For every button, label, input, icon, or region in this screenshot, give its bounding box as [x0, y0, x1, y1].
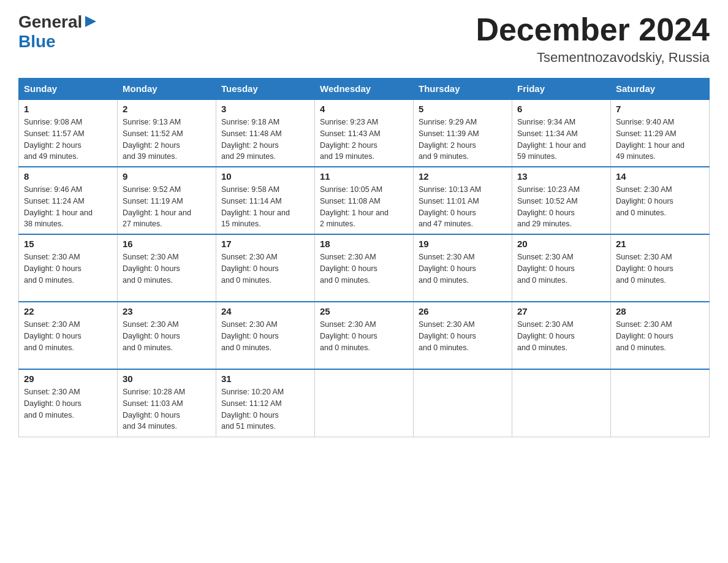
day-number: 29: [24, 373, 112, 384]
calendar-cell: 28Sunset: 2:30 AM Daylight: 0 hours and …: [611, 302, 710, 369]
day-info: Sunset: 2:30 AM Daylight: 0 hours and 0 …: [24, 251, 112, 286]
day-number: 8: [24, 171, 112, 182]
page-header: General Blue December 2024 Tsementnozavo…: [18, 12, 710, 66]
calendar-cell: 24Sunset: 2:30 AM Daylight: 0 hours and …: [216, 302, 315, 369]
header-saturday: Saturday: [611, 79, 710, 100]
day-number: 10: [221, 171, 309, 182]
day-number: 11: [320, 171, 408, 182]
day-number: 15: [24, 239, 112, 249]
week-row-2: 8Sunrise: 9:46 AM Sunset: 11:24 AM Dayli…: [19, 167, 710, 234]
day-info: Sunrise: 9:23 AM Sunset: 11:43 AM Daylig…: [320, 117, 408, 163]
day-number: 9: [123, 171, 211, 182]
calendar-cell: 29Sunset: 2:30 AM Daylight: 0 hours and …: [19, 369, 118, 437]
calendar-cell: 19Sunset: 2:30 AM Daylight: 0 hours and …: [414, 234, 512, 302]
day-number: 28: [616, 306, 704, 316]
day-number: 1: [24, 104, 112, 114]
day-info: Sunset: 2:30 AM Daylight: 0 hours and 0 …: [123, 319, 211, 353]
calendar-cell: 30Sunrise: 10:28 AM Sunset: 11:03 AM Day…: [118, 369, 216, 437]
day-number: 7: [616, 104, 704, 114]
calendar-cell: 1Sunrise: 9:08 AM Sunset: 11:57 AM Dayli…: [19, 99, 118, 167]
header-wednesday: Wednesday: [315, 79, 414, 100]
day-number: 24: [221, 306, 309, 316]
day-info: Sunrise: 10:20 AM Sunset: 11:12 AM Dayli…: [221, 386, 309, 432]
day-info: Sunset: 2:30 AM Daylight: 0 hours and 0 …: [24, 319, 112, 353]
calendar-cell: 23Sunset: 2:30 AM Daylight: 0 hours and …: [118, 302, 216, 369]
day-info: Sunrise: 9:40 AM Sunset: 11:29 AM Daylig…: [616, 117, 704, 163]
day-number: 4: [320, 104, 408, 114]
day-number: 2: [123, 104, 211, 114]
week-row-4: 22Sunset: 2:30 AM Daylight: 0 hours and …: [19, 302, 710, 369]
day-info: Sunrise: 9:18 AM Sunset: 11:48 AM Daylig…: [221, 117, 309, 163]
day-number: 26: [419, 306, 507, 316]
day-number: 20: [517, 239, 605, 249]
logo: General Blue: [18, 12, 97, 52]
day-info: Sunrise: 9:58 AM Sunset: 11:14 AM Daylig…: [221, 184, 309, 230]
calendar-cell: 3Sunrise: 9:18 AM Sunset: 11:48 AM Dayli…: [216, 99, 315, 167]
day-info: Sunrise: 9:46 AM Sunset: 11:24 AM Daylig…: [24, 184, 112, 230]
month-title: December 2024: [476, 12, 710, 47]
day-info: Sunrise: 10:23 AM Sunset: 10:52 AM Dayli…: [517, 184, 605, 230]
day-number: 27: [517, 306, 605, 316]
logo-blue-text: Blue: [18, 32, 56, 52]
day-number: 22: [24, 306, 112, 316]
week-row-5: 29Sunset: 2:30 AM Daylight: 0 hours and …: [19, 369, 710, 437]
calendar-cell: 25Sunset: 2:30 AM Daylight: 0 hours and …: [315, 302, 414, 369]
calendar-cell: [315, 369, 414, 437]
calendar-cell: 15Sunset: 2:30 AM Daylight: 0 hours and …: [19, 234, 118, 302]
location-title: Tsementnozavodskiy, Russia: [476, 50, 710, 66]
calendar-cell: [414, 369, 512, 437]
calendar-cell: 6Sunrise: 9:34 AM Sunset: 11:34 AM Dayli…: [512, 99, 611, 167]
day-number: 25: [320, 306, 408, 316]
calendar-cell: 2Sunrise: 9:13 AM Sunset: 11:52 AM Dayli…: [118, 99, 216, 167]
day-info: Sunrise: 10:28 AM Sunset: 11:03 AM Dayli…: [123, 386, 211, 432]
day-number: 19: [419, 239, 507, 249]
calendar-cell: [611, 369, 710, 437]
calendar-cell: 4Sunrise: 9:23 AM Sunset: 11:43 AM Dayli…: [315, 99, 414, 167]
logo-arrow-icon: [84, 15, 97, 28]
calendar-cell: 11Sunrise: 10:05 AM Sunset: 11:08 AM Day…: [315, 167, 414, 234]
day-info: Sunset: 2:30 AM Daylight: 0 hours and 0 …: [616, 184, 704, 218]
day-info: Sunrise: 10:13 AM Sunset: 11:01 AM Dayli…: [419, 184, 507, 230]
day-number: 3: [221, 104, 309, 114]
calendar-cell: 5Sunrise: 9:29 AM Sunset: 11:39 AM Dayli…: [414, 99, 512, 167]
day-number: 6: [517, 104, 605, 114]
day-number: 30: [123, 373, 211, 384]
calendar-cell: 31Sunrise: 10:20 AM Sunset: 11:12 AM Day…: [216, 369, 315, 437]
calendar-cell: 8Sunrise: 9:46 AM Sunset: 11:24 AM Dayli…: [19, 167, 118, 234]
day-number: 16: [123, 239, 211, 249]
day-number: 31: [221, 373, 309, 384]
calendar-cell: 9Sunrise: 9:52 AM Sunset: 11:19 AM Dayli…: [118, 167, 216, 234]
day-info: Sunset: 2:30 AM Daylight: 0 hours and 0 …: [320, 251, 408, 286]
calendar-cell: 18Sunset: 2:30 AM Daylight: 0 hours and …: [315, 234, 414, 302]
day-info: Sunrise: 9:13 AM Sunset: 11:52 AM Daylig…: [123, 117, 211, 163]
day-info: Sunset: 2:30 AM Daylight: 0 hours and 0 …: [221, 319, 309, 353]
calendar-cell: 17Sunset: 2:30 AM Daylight: 0 hours and …: [216, 234, 315, 302]
day-number: 17: [221, 239, 309, 249]
day-info: Sunset: 2:30 AM Daylight: 0 hours and 0 …: [24, 386, 112, 421]
header-monday: Monday: [118, 79, 216, 100]
day-info: Sunrise: 9:08 AM Sunset: 11:57 AM Daylig…: [24, 117, 112, 163]
calendar-cell: 21Sunset: 2:30 AM Daylight: 0 hours and …: [611, 234, 710, 302]
day-info: Sunset: 2:30 AM Daylight: 0 hours and 0 …: [320, 319, 408, 353]
header-thursday: Thursday: [414, 79, 512, 100]
calendar-cell: 26Sunset: 2:30 AM Daylight: 0 hours and …: [414, 302, 512, 369]
calendar-cell: 12Sunrise: 10:13 AM Sunset: 11:01 AM Day…: [414, 167, 512, 234]
calendar-cell: 13Sunrise: 10:23 AM Sunset: 10:52 AM Day…: [512, 167, 611, 234]
day-number: 18: [320, 239, 408, 249]
calendar-cell: 7Sunrise: 9:40 AM Sunset: 11:29 AM Dayli…: [611, 99, 710, 167]
header-tuesday: Tuesday: [216, 79, 315, 100]
week-row-1: 1Sunrise: 9:08 AM Sunset: 11:57 AM Dayli…: [19, 99, 710, 167]
calendar-cell: 16Sunset: 2:30 AM Daylight: 0 hours and …: [118, 234, 216, 302]
logo-general-text: General: [18, 12, 82, 32]
day-number: 21: [616, 239, 704, 249]
day-number: 14: [616, 171, 704, 182]
day-info: Sunrise: 10:05 AM Sunset: 11:08 AM Dayli…: [320, 184, 408, 230]
day-info: Sunset: 2:30 AM Daylight: 0 hours and 0 …: [221, 251, 309, 286]
day-info: Sunset: 2:30 AM Daylight: 0 hours and 0 …: [616, 319, 704, 353]
calendar-cell: 10Sunrise: 9:58 AM Sunset: 11:14 AM Dayl…: [216, 167, 315, 234]
day-info: Sunset: 2:30 AM Daylight: 0 hours and 0 …: [419, 251, 507, 286]
day-info: Sunrise: 9:29 AM Sunset: 11:39 AM Daylig…: [419, 117, 507, 163]
calendar-cell: [512, 369, 611, 437]
calendar-cell: 20Sunset: 2:30 AM Daylight: 0 hours and …: [512, 234, 611, 302]
day-info: Sunrise: 9:52 AM Sunset: 11:19 AM Daylig…: [123, 184, 211, 230]
